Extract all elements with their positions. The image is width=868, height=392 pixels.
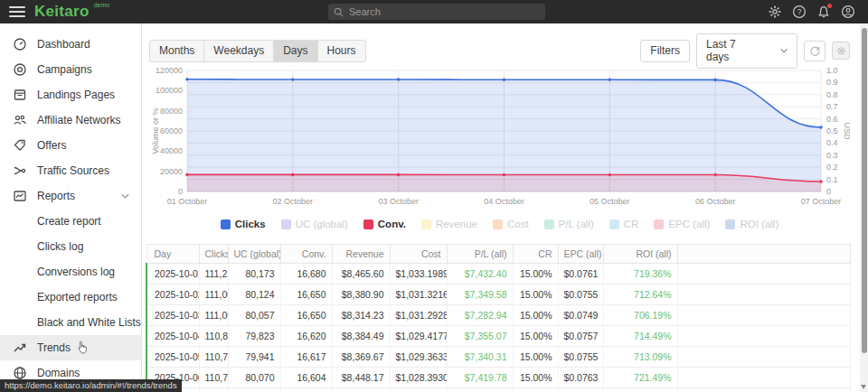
table-cell: $8,314.23 xyxy=(332,305,390,326)
sidebar-item-traffic-sources[interactable]: Traffic Sources xyxy=(0,158,141,183)
chevron-down-icon xyxy=(780,48,788,53)
sidebar-item-label: Exported reports xyxy=(37,291,118,303)
tab-days[interactable]: Days xyxy=(273,40,317,62)
svg-text:40000: 40000 xyxy=(160,146,183,155)
svg-text:0.5: 0.5 xyxy=(826,126,838,135)
table-cell: 16,680 xyxy=(280,264,332,285)
table-cell xyxy=(677,326,851,347)
sidebar-item-clicks-log[interactable]: Clicks log xyxy=(0,234,141,259)
legend-label: Cost xyxy=(507,219,529,229)
table-cell: $7,349.58 xyxy=(447,285,513,305)
column-header-epc-all[interactable]: EPC (all) xyxy=(558,245,603,264)
legend-label: UC (global) xyxy=(296,219,348,229)
scrollbar-down-arrow[interactable] xyxy=(861,385,866,389)
column-header-day[interactable]: Day xyxy=(146,245,199,264)
legend-item-clicks[interactable]: Clicks xyxy=(221,219,266,229)
svg-text:60000: 60000 xyxy=(160,126,183,135)
tab-weekdays[interactable]: Weekdays xyxy=(203,40,274,62)
table-cell: $0.0755 xyxy=(558,347,603,368)
sidebar-item-exported-reports[interactable]: Exported reports xyxy=(0,285,141,310)
sidebar-item-dashboard[interactable]: Dashboard xyxy=(0,32,141,57)
legend-label: CR xyxy=(624,219,639,229)
table-cell: $8,384.49 xyxy=(332,326,390,347)
trends-table: DayClicksUC (global)Conv.RevenueCostP/L … xyxy=(146,244,851,392)
legend-item-p-l-all[interactable]: P/L (all) xyxy=(544,219,594,229)
profile-button[interactable] xyxy=(841,5,855,19)
table-cell xyxy=(447,388,513,392)
table-cell: $1,028.3930 xyxy=(390,368,447,388)
table-cell: 110,79 xyxy=(199,347,228,368)
tab-hours[interactable]: Hours xyxy=(317,40,366,62)
sidebar-item-black-white-lists[interactable]: Black and White Lists xyxy=(0,310,141,335)
legend-swatch xyxy=(421,219,431,229)
legend-item-conv[interactable]: Conv. xyxy=(363,219,406,229)
sidebar-item-trends[interactable]: Trends xyxy=(0,335,141,360)
chart-settings-button[interactable] xyxy=(832,42,850,60)
table-cell xyxy=(677,285,851,305)
sidebar-item-campaigns[interactable]: Campaigns xyxy=(0,57,141,82)
sidebar-item-offers[interactable]: Offers xyxy=(0,133,141,158)
notifications-button[interactable] xyxy=(816,5,831,19)
table-cell: 111,21 xyxy=(199,264,228,285)
tab-months[interactable]: Months xyxy=(149,40,204,62)
legend-label: Conv. xyxy=(378,219,406,229)
table-cell: 15.00% xyxy=(513,326,558,347)
filters-button[interactable]: Filters xyxy=(640,40,690,62)
settings-button[interactable] xyxy=(768,5,782,19)
sidebar-item-affiliate-networks[interactable]: Affiliate Networks xyxy=(0,107,141,133)
svg-text:0.8: 0.8 xyxy=(826,90,838,99)
column-header-p-l-all[interactable]: P/L (all) xyxy=(447,245,513,264)
svg-text:01 October: 01 October xyxy=(167,197,208,206)
column-header-conv[interactable]: Conv. xyxy=(280,245,332,264)
sidebar-item-landings-pages[interactable]: Landings Pages xyxy=(0,82,141,107)
table-cell: 713.09% xyxy=(603,347,677,368)
sidebar-item-label: Trends xyxy=(37,341,71,354)
help-button[interactable]: ? xyxy=(792,5,807,19)
svg-text:07 October: 07 October xyxy=(801,197,842,206)
question-icon: ? xyxy=(792,5,807,19)
legend-label: EPC (all) xyxy=(668,219,710,229)
table-cell xyxy=(199,388,228,392)
trends-toolbar: Months Weekdays Days Hours Filters Last … xyxy=(149,40,850,61)
branch-icon xyxy=(13,163,27,178)
table-cell: 15.00% xyxy=(513,347,558,368)
column-header-clicks[interactable]: Clicks xyxy=(199,245,228,264)
sidebar-item-reports[interactable]: Reports xyxy=(0,183,141,209)
table-cell xyxy=(558,388,603,392)
table-cell: 15.00% xyxy=(513,285,558,305)
interval-tabs: Months Weekdays Days Hours xyxy=(149,40,366,62)
table-row: 2025-10-07 xyxy=(146,388,851,392)
table-cell xyxy=(677,388,851,392)
legend-item-cr[interactable]: CR xyxy=(609,219,639,229)
legend-item-roi-all[interactable]: ROI (all) xyxy=(725,219,778,229)
table-cell: $8,448.17 xyxy=(332,368,390,388)
legend-item-epc-all[interactable]: EPC (all) xyxy=(654,219,710,229)
search-box[interactable] xyxy=(328,4,545,20)
table-cell xyxy=(513,388,558,392)
table-cell xyxy=(280,388,332,392)
svg-text:0.2: 0.2 xyxy=(826,163,838,172)
sidebar-item-label: Black and White Lists xyxy=(37,316,141,329)
app-window: Keitaro demo ? Dashboard xyxy=(0,0,868,392)
legend-swatch xyxy=(493,219,503,229)
column-header-roi-all[interactable]: ROI (all) xyxy=(603,245,677,264)
sidebar-item-conversions-log[interactable]: Conversions log xyxy=(0,259,141,285)
sidebar-item-create-report[interactable]: Create report xyxy=(0,209,141,234)
hamburger-menu-icon[interactable] xyxy=(9,6,25,17)
column-header-uc-global[interactable]: UC (global) xyxy=(228,245,280,264)
table-cell: $7,282.94 xyxy=(447,305,513,326)
table-cell: 2025-10-02 xyxy=(146,285,199,305)
column-header-revenue[interactable]: Revenue xyxy=(332,245,390,264)
column-header-cr[interactable]: CR xyxy=(513,245,558,264)
table-cell: $8,380.90 xyxy=(332,285,390,305)
column-header-cost[interactable]: Cost xyxy=(390,245,447,264)
scrollbar-thumb[interactable] xyxy=(862,28,867,353)
table-cell: 2025-10-01 xyxy=(146,264,199,285)
refresh-button[interactable] xyxy=(804,41,826,61)
svg-text:100000: 100000 xyxy=(156,86,183,95)
legend-item-uc-global[interactable]: UC (global) xyxy=(281,219,348,229)
legend-item-cost[interactable]: Cost xyxy=(493,219,529,229)
table-row: 2025-10-05110,7979,94116,617$8,369.67$1,… xyxy=(146,347,851,368)
search-input[interactable] xyxy=(349,6,530,17)
legend-item-revenue[interactable]: Revenue xyxy=(421,219,477,229)
